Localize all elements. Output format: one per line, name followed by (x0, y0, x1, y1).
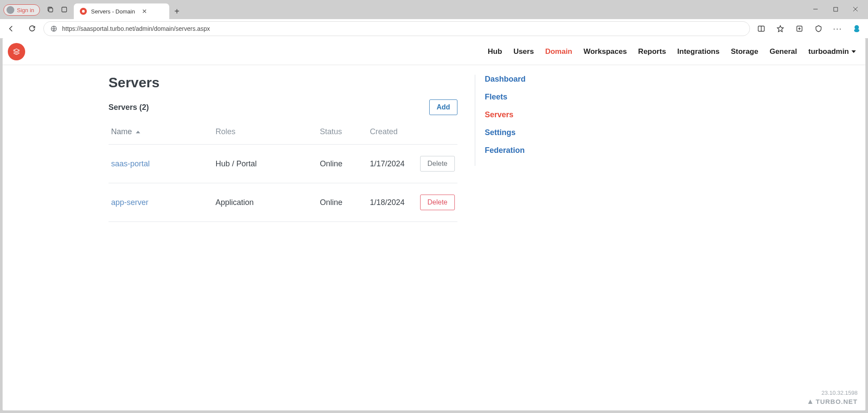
col-name[interactable]: Name (108, 123, 213, 145)
browser-chrome: Sign in Servers - Domain ✕ + (0, 0, 868, 38)
side-column: Dashboard Fleets Servers Settings Federa… (475, 75, 526, 166)
address-bar: https://saasportal.turbo.net/admin/domai… (0, 19, 868, 38)
nav-workspaces[interactable]: Workspaces (584, 47, 627, 56)
tab-strip: Sign in Servers - Domain ✕ + (0, 0, 868, 19)
close-window-button[interactable] (845, 3, 865, 16)
side-servers[interactable]: Servers (485, 110, 526, 119)
nav-storage[interactable]: Storage (731, 47, 758, 56)
copilot-icon[interactable] (851, 23, 863, 35)
footer-brand: 23.10.32.1598 TURBO.NET (807, 389, 858, 406)
svg-rect-1 (49, 8, 53, 12)
main-column: Servers Servers (2) Add Name Roles Statu… (108, 75, 457, 410)
add-button[interactable]: Add (429, 99, 457, 115)
window-controls (806, 3, 865, 16)
nav-general[interactable]: General (769, 47, 797, 56)
top-nav: Hub Users Domain Workspaces Reports Inte… (3, 38, 865, 65)
url-field[interactable]: https://saasportal.turbo.net/admin/domai… (43, 21, 750, 36)
side-menu: Dashboard Fleets Servers Settings Federa… (485, 75, 526, 155)
minimize-button[interactable] (806, 3, 825, 16)
signin-label: Sign in (17, 7, 34, 13)
delete-button[interactable]: Delete (420, 156, 455, 172)
table-row: saas-portal Hub / Portal Online 1/17/202… (108, 145, 457, 183)
servers-table: Name Roles Status Created saas-portal Hu… (108, 123, 457, 222)
nav-user-menu[interactable]: turboadmin (809, 47, 856, 56)
side-settings[interactable]: Settings (485, 128, 526, 137)
chevron-down-icon (852, 50, 856, 53)
page-viewport: Hub Users Domain Workspaces Reports Inte… (3, 38, 865, 410)
sort-asc-icon (136, 131, 140, 133)
side-dashboard[interactable]: Dashboard (485, 75, 526, 84)
svg-rect-2 (62, 7, 66, 12)
split-screen-icon[interactable] (755, 23, 767, 35)
brand-mark-icon (807, 399, 813, 405)
col-status[interactable]: Status (317, 123, 367, 145)
cell-status: Online (317, 183, 367, 222)
page-title: Servers (108, 75, 457, 91)
nav-domain[interactable]: Domain (545, 47, 572, 56)
col-roles[interactable]: Roles (213, 123, 318, 145)
table-row: app-server Application Online 1/18/2024 … (108, 183, 457, 222)
workspaces-icon[interactable] (57, 3, 71, 17)
delete-button[interactable]: Delete (420, 195, 455, 210)
server-link[interactable]: app-server (111, 198, 148, 207)
url-text: https://saasportal.turbo.net/admin/domai… (62, 25, 210, 32)
col-created[interactable]: Created (367, 123, 417, 145)
list-header: Servers (2) Add (108, 99, 457, 115)
cell-roles: Application (213, 183, 318, 222)
close-tab-icon[interactable]: ✕ (142, 8, 147, 15)
favicon-icon (80, 8, 87, 15)
more-icon[interactable]: ··· (832, 23, 844, 35)
collections-icon[interactable] (793, 23, 806, 35)
new-tab-button[interactable]: + (174, 7, 180, 17)
toolbar-right: ··· (755, 23, 863, 35)
nav-links: Hub Users Domain Workspaces Reports Inte… (488, 47, 856, 56)
server-link[interactable]: saas-portal (111, 159, 150, 168)
signin-button[interactable]: Sign in (3, 4, 40, 16)
browser-tab-active[interactable]: Servers - Domain ✕ (74, 3, 169, 19)
favorites-icon[interactable] (774, 23, 786, 35)
cell-status: Online (317, 145, 367, 183)
svg-rect-4 (834, 7, 838, 11)
cell-created: 1/18/2024 (367, 183, 417, 222)
nav-reports[interactable]: Reports (638, 47, 666, 56)
page-body: Servers Servers (2) Add Name Roles Statu… (3, 65, 865, 410)
extensions-icon[interactable] (812, 23, 825, 35)
tab-actions-icon[interactable] (43, 3, 57, 17)
avatar-icon (7, 6, 14, 14)
nav-users[interactable]: Users (513, 47, 534, 56)
tab-title: Servers - Domain (91, 8, 135, 15)
nav-user-label: turboadmin (809, 47, 849, 56)
maximize-button[interactable] (825, 3, 845, 16)
refresh-button[interactable] (26, 23, 38, 35)
cell-created: 1/17/2024 (367, 145, 417, 183)
list-title: Servers (2) (108, 103, 149, 112)
side-fleets[interactable]: Fleets (485, 93, 526, 102)
brand-name: TURBO.NET (816, 397, 858, 406)
nav-integrations[interactable]: Integrations (677, 47, 720, 56)
version-text: 23.10.32.1598 (807, 389, 858, 397)
brand-logo[interactable] (8, 43, 25, 60)
back-button[interactable] (5, 23, 17, 35)
site-info-icon[interactable] (50, 25, 58, 33)
nav-hub[interactable]: Hub (488, 47, 502, 56)
cell-roles: Hub / Portal (213, 145, 318, 183)
side-federation[interactable]: Federation (485, 146, 526, 155)
